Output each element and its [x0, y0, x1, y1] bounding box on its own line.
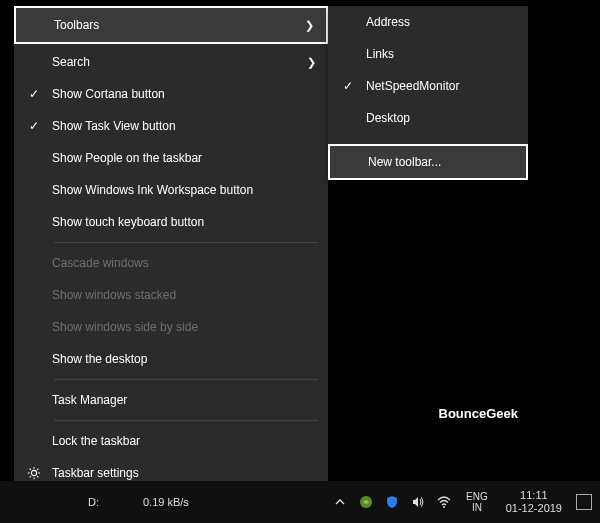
submenu-arrow-icon: ❯ — [302, 56, 316, 69]
checkmark-icon: ✓ — [22, 87, 46, 101]
menu-label: Show Windows Ink Workspace button — [46, 183, 316, 197]
watermark-text: BounceGeek — [439, 406, 518, 421]
svg-line-5 — [30, 469, 31, 470]
volume-icon[interactable] — [410, 494, 426, 510]
security-icon[interactable] — [384, 494, 400, 510]
submenu-item-desktop[interactable]: Desktop — [328, 102, 528, 134]
menu-label: Desktop — [360, 111, 516, 125]
clock-time: 11:11 — [506, 489, 562, 502]
menu-label: NetSpeedMonitor — [360, 79, 516, 93]
language-indicator[interactable]: ENG IN — [462, 491, 492, 513]
taskbar[interactable]: D: 0.19 kB/s ENG IN 11:11 01-12-2019 — [0, 481, 600, 523]
menu-separator — [54, 242, 318, 243]
submenu-item-links[interactable]: Links — [328, 38, 528, 70]
action-center-icon[interactable] — [576, 494, 592, 510]
toolbars-submenu: Address Links ✓ NetSpeedMonitor Desktop … — [328, 6, 528, 180]
menu-label: Cascade windows — [46, 256, 316, 270]
nvidia-icon[interactable] — [358, 494, 374, 510]
menu-label: New toolbar... — [362, 155, 514, 169]
menu-separator — [54, 420, 318, 421]
menu-label: Search — [46, 55, 302, 69]
menu-item-search[interactable]: Search ❯ — [14, 46, 328, 78]
menu-item-toolbars[interactable]: Toolbars ❯ — [14, 6, 328, 44]
submenu-item-new-toolbar[interactable]: New toolbar... — [328, 144, 528, 180]
menu-label: Show touch keyboard button — [46, 215, 316, 229]
taskbar-context-menu: Toolbars ❯ Search ❯ ✓ Show Cortana butto… — [14, 6, 328, 489]
netspeed-indicator[interactable]: 0.19 kB/s — [113, 496, 189, 508]
lang-top: ENG — [466, 491, 488, 502]
menu-item-stacked: Show windows stacked — [14, 279, 328, 311]
menu-item-show-taskview[interactable]: ✓ Show Task View button — [14, 110, 328, 142]
menu-item-show-cortana[interactable]: ✓ Show Cortana button — [14, 78, 328, 110]
menu-item-show-people[interactable]: Show People on the taskbar — [14, 142, 328, 174]
taskbar-left: D: 0.19 kB/s — [8, 496, 326, 508]
submenu-arrow-icon: ❯ — [300, 19, 314, 32]
lang-bottom: IN — [466, 502, 488, 513]
checkmark-icon: ✓ — [336, 79, 360, 93]
submenu-item-address[interactable]: Address — [328, 6, 528, 38]
tray-chevron-icon[interactable] — [332, 494, 348, 510]
svg-line-8 — [37, 469, 38, 470]
menu-item-show-touch-keyboard[interactable]: Show touch keyboard button — [14, 206, 328, 238]
drive-label[interactable]: D: — [8, 496, 99, 508]
submenu-item-netspeedmonitor[interactable]: ✓ NetSpeedMonitor — [328, 70, 528, 102]
menu-label: Show People on the taskbar — [46, 151, 316, 165]
menu-label: Links — [360, 47, 516, 61]
menu-item-cascade: Cascade windows — [14, 247, 328, 279]
menu-label: Task Manager — [46, 393, 316, 407]
svg-point-0 — [31, 470, 36, 475]
wifi-icon[interactable] — [436, 494, 452, 510]
svg-line-6 — [37, 476, 38, 477]
menu-item-show-desktop[interactable]: Show the desktop — [14, 343, 328, 375]
menu-item-show-ink[interactable]: Show Windows Ink Workspace button — [14, 174, 328, 206]
menu-label: Show Task View button — [46, 119, 316, 133]
menu-item-lock-taskbar[interactable]: Lock the taskbar — [14, 425, 328, 457]
menu-label: Show windows stacked — [46, 288, 316, 302]
checkmark-icon: ✓ — [22, 119, 46, 133]
menu-item-task-manager[interactable]: Task Manager — [14, 384, 328, 416]
menu-label: Toolbars — [48, 18, 300, 32]
menu-item-sidebyside: Show windows side by side — [14, 311, 328, 343]
gear-icon — [22, 466, 46, 480]
menu-label: Address — [360, 15, 516, 29]
svg-point-10 — [443, 506, 445, 508]
menu-label: Show Cortana button — [46, 87, 316, 101]
menu-label: Taskbar settings — [46, 466, 316, 480]
menu-label: Show the desktop — [46, 352, 316, 366]
system-tray: ENG IN 11:11 01-12-2019 — [332, 489, 592, 515]
menu-separator — [54, 379, 318, 380]
menu-label: Lock the taskbar — [46, 434, 316, 448]
svg-line-7 — [30, 476, 31, 477]
clock-date: 01-12-2019 — [506, 502, 562, 515]
clock[interactable]: 11:11 01-12-2019 — [502, 489, 566, 515]
menu-label: Show windows side by side — [46, 320, 316, 334]
